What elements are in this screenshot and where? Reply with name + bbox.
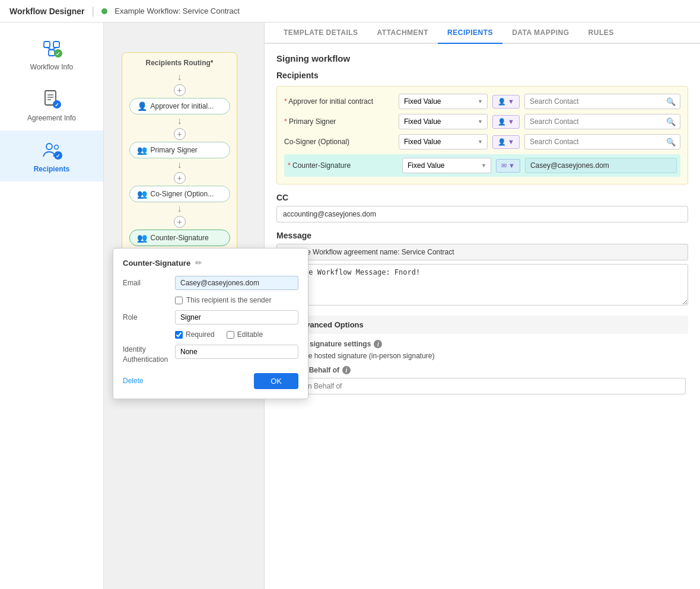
- primary-signer-chevron-icon: ▼: [508, 118, 514, 125]
- primary-signer-person-icon: 👤: [498, 118, 506, 126]
- recipient-row-primary-signer: * Primary Signer Fixed Value 👤 ▼ 🔍: [284, 114, 680, 129]
- header-divider: |: [92, 5, 95, 17]
- counter-sig-search-input[interactable]: [525, 158, 677, 173]
- sidebar-item-agreement-info[interactable]: ✓ Agreement Info: [0, 79, 103, 130]
- svg-text:✓: ✓: [55, 102, 59, 108]
- sidebar-item-recipients[interactable]: ✓ Recipients: [0, 130, 103, 182]
- popup-role-input[interactable]: [175, 310, 298, 324]
- sidebar-item-agreement-info-label: Agreement Info: [27, 114, 76, 122]
- editable-label: Editable: [237, 330, 263, 339]
- approver-dropdown[interactable]: Fixed Value: [399, 94, 488, 109]
- arrow-down-3: ↓: [177, 160, 182, 170]
- popup-footer: Delete OK: [123, 373, 298, 389]
- co-signer-search-input[interactable]: [524, 134, 680, 149]
- workflow-icon: ✓: [40, 37, 63, 59]
- add-node-btn-3[interactable]: +: [174, 172, 186, 184]
- primary-signer-dropdown-wrap: Fixed Value: [399, 114, 488, 129]
- edit-icon[interactable]: ✏: [195, 258, 202, 268]
- counter-sig-chevron-icon: ▼: [508, 162, 515, 169]
- flow-node-approver[interactable]: 👤 Approver for initial...: [129, 98, 230, 114]
- agreement-icon: ✓: [40, 88, 63, 110]
- counter-sig-icon-btn[interactable]: ✉ ▼: [496, 159, 520, 173]
- app-title: Workflow Designer: [9, 7, 85, 16]
- approver-dropdown-wrap: Fixed Value: [399, 94, 488, 109]
- tab-bar: TEMPLATE DETAILS ATTACHMENT RECIPIENTS D…: [265, 23, 700, 44]
- popup-identity-input[interactable]: [175, 345, 298, 359]
- sidebar-item-workflow-info-label: Workflow Info: [30, 63, 73, 71]
- popup-email-input[interactable]: [175, 276, 298, 290]
- approver-label: * Approver for initial contract: [284, 97, 394, 106]
- approver-search-input[interactable]: [524, 94, 680, 109]
- primary-signer-icon-btn[interactable]: 👤 ▼: [492, 115, 520, 129]
- add-node-btn-2[interactable]: +: [174, 128, 186, 140]
- sidebar-item-workflow-info[interactable]: ✓ Workflow Info: [0, 28, 103, 79]
- panel-content: Signing workflow Recipients * Approver f…: [265, 44, 700, 589]
- editable-checkbox-item: Editable: [227, 330, 263, 339]
- required-label: Required: [186, 330, 215, 339]
- co-signer-dropdown-wrap: Fixed Value: [399, 134, 488, 149]
- tab-template-details[interactable]: TEMPLATE DETAILS: [274, 23, 368, 44]
- primary-signer-dropdown[interactable]: Fixed Value: [399, 114, 488, 129]
- approver-search-wrap: 🔍: [524, 94, 680, 109]
- popup-header: Counter-Signature ✏: [123, 258, 298, 268]
- co-signer-search-icon: 🔍: [666, 138, 676, 147]
- cc-section: CC: [276, 193, 688, 222]
- editable-checkbox[interactable]: [227, 331, 234, 339]
- co-signer-label: Co-Signer (Optional): [284, 138, 394, 146]
- counter-sig-label: * Counter-Signature: [288, 161, 397, 170]
- counter-sig-dropdown[interactable]: Fixed Value: [402, 158, 491, 173]
- flow-node-co-signer[interactable]: 👥 Co-Signer (Option...: [129, 186, 230, 202]
- counter-sig-search-wrap: [525, 158, 677, 173]
- co-signer-node-icon: 👥: [137, 189, 147, 199]
- popup-required-row: Required Editable: [175, 330, 298, 339]
- tab-recipients[interactable]: RECIPIENTS: [438, 23, 502, 44]
- popup-sender-checkbox[interactable]: [175, 297, 183, 304]
- workflow-name: Example Workflow: Service Contract: [114, 7, 240, 15]
- send-on-behalf-input[interactable]: [279, 378, 686, 394]
- message-textarea[interactable]: Example Workflow Message: Fnord!: [276, 264, 688, 305]
- required-checkbox[interactable]: [175, 331, 183, 339]
- tab-data-mapping[interactable]: DATA MAPPING: [502, 23, 578, 44]
- svg-text:✓: ✓: [56, 51, 61, 57]
- sidebar-item-recipients-label: Recipients: [34, 165, 70, 173]
- cc-title: CC: [276, 193, 688, 202]
- co-signer-chevron-icon: ▼: [508, 138, 514, 145]
- primary-signer-search-wrap: 🔍: [524, 114, 680, 129]
- tab-attachment[interactable]: ATTACHMENT: [368, 23, 438, 44]
- approver-node-icon: 👤: [137, 101, 147, 111]
- co-signer-icon-btn[interactable]: 👤 ▼: [492, 135, 520, 149]
- svg-point-13: [46, 144, 52, 149]
- arrow-down-1: ↓: [177, 72, 182, 82]
- routing-box: Recipients Routing* ↓ + 👤 Approver for i…: [122, 52, 237, 281]
- ok-button[interactable]: OK: [254, 373, 298, 389]
- delete-link[interactable]: Delete: [123, 377, 144, 385]
- message-section: Message Example Workflow Message: Fnord!: [276, 231, 688, 307]
- primary-signer-search-input[interactable]: [524, 114, 680, 129]
- signing-workflow-title: Signing workflow: [276, 53, 688, 63]
- add-node-btn-4[interactable]: +: [174, 216, 186, 228]
- flow-node-counter-signature[interactable]: 👥 Counter-Signature: [129, 230, 230, 246]
- popup-sender-checkbox-row: This recipient is the sender: [175, 296, 298, 304]
- main-layout: ✓ Workflow Info ✓ Agreement Info: [0, 23, 700, 589]
- approver-icon-btn[interactable]: 👤 ▼: [492, 95, 520, 109]
- co-signer-node-label: Co-Signer (Option...: [151, 190, 214, 198]
- recipient-row-counter-sig: * Counter-Signature Fixed Value ✉ ▼: [284, 154, 680, 177]
- approver-search-icon: 🔍: [666, 97, 676, 106]
- primary-signer-label: * Primary Signer: [284, 117, 394, 126]
- approver-chevron-icon: ▼: [508, 98, 514, 105]
- add-node-btn-1[interactable]: +: [174, 84, 186, 96]
- arrow-down-4: ↓: [177, 204, 182, 214]
- popup-email-label: Email: [123, 279, 170, 287]
- advanced-options-header[interactable]: ▼ Advanced Options: [276, 316, 688, 334]
- svg-text:✓: ✓: [56, 153, 61, 159]
- advanced-section: ▼ Advanced Options Send for signature se…: [276, 316, 688, 394]
- flow-node-primary-signer[interactable]: 👥 Primary Signer: [129, 142, 230, 158]
- tab-rules[interactable]: RULES: [579, 23, 623, 44]
- popup-title: Counter-Signature: [123, 259, 190, 268]
- cc-input[interactable]: [276, 206, 688, 222]
- message-name-input[interactable]: [276, 244, 688, 260]
- right-panel: TEMPLATE DETAILS ATTACHMENT RECIPIENTS D…: [264, 23, 700, 589]
- co-signer-dropdown[interactable]: Fixed Value: [399, 134, 488, 149]
- enable-hosted-row: Enable hosted signature (in-person signa…: [279, 352, 686, 360]
- message-title: Message: [276, 231, 688, 240]
